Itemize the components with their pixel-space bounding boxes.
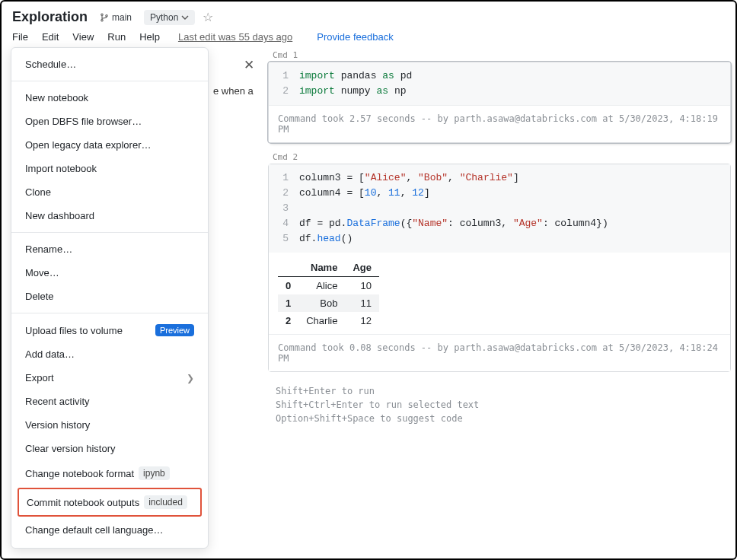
menu-schedule[interactable]: Schedule…	[11, 52, 208, 76]
branch-name: main	[112, 12, 132, 23]
cell-1-status: Command took 2.57 seconds -- by parth.as…	[269, 105, 730, 142]
cmd1-label: Cmd 1	[268, 49, 731, 62]
provide-feedback-link[interactable]: Provide feedback	[317, 31, 393, 43]
last-edit-link[interactable]: Last edit was 55 days ago	[178, 31, 292, 43]
table-row: 1Bob11	[278, 294, 379, 312]
notebook-title: Exploration	[12, 9, 88, 25]
dataframe-table: Name Age 0Alice10 1Bob11 2Charlie12	[278, 259, 379, 329]
menu-change-format[interactable]: Change notebook format ipynb	[11, 460, 208, 486]
menubar: File Edit View Run Help Last edit was 55…	[2, 28, 735, 49]
menu-new-notebook[interactable]: New notebook	[11, 86, 208, 110]
branch-chip[interactable]: main	[95, 11, 136, 24]
menu-add-data[interactable]: Add data…	[11, 342, 208, 366]
cmd2-label: Cmd 2	[268, 151, 731, 164]
language-chip[interactable]: Python	[144, 10, 195, 25]
header-bar: Exploration main Python ☆	[2, 2, 735, 28]
gutter: 12345	[269, 170, 299, 247]
cell-2-output: Name Age 0Alice10 1Bob11 2Charlie12	[269, 253, 730, 334]
cell-2[interactable]: 12345 column3 = ["Alice", "Bob", "Charli…	[268, 164, 731, 372]
col-age: Age	[345, 259, 379, 277]
hint-suggest: Option+Shift+Space to suggest code	[276, 412, 723, 425]
format-badge: ipynb	[139, 466, 170, 480]
cell-2-status: Command took 0.08 seconds -- by parth.as…	[269, 334, 730, 371]
menu-export[interactable]: Export ❯	[11, 366, 208, 390]
table-row: 0Alice10	[278, 277, 379, 295]
menu-commit-outputs[interactable]: Commit notebook outputs included	[19, 489, 200, 515]
menu-delete[interactable]: Delete	[11, 285, 208, 308]
star-button[interactable]: ☆	[203, 10, 213, 24]
menu-open-legacy[interactable]: Open legacy data explorer…	[11, 133, 208, 157]
keyboard-hints: Shift+Enter to run Shift+Ctrl+Enter to r…	[268, 380, 731, 430]
menu-move[interactable]: Move…	[11, 261, 208, 285]
menu-file[interactable]: File	[12, 31, 28, 43]
file-menu-dropdown: Schedule… New notebook Open DBFS file br…	[11, 47, 209, 549]
commit-badge: included	[144, 495, 187, 509]
menu-clear-version[interactable]: Clear version history	[11, 437, 208, 460]
hint-run-selected: Shift+Ctrl+Enter to run selected text	[276, 398, 723, 412]
main-content: ✕ e when a Schedule… New notebook Open D…	[2, 49, 735, 552]
hint-run: Shift+Enter to run	[276, 384, 723, 398]
menu-upload-files[interactable]: Upload files to volume Preview	[11, 318, 208, 342]
chevron-right-icon: ❯	[187, 373, 194, 383]
separator	[11, 232, 208, 233]
left-pane: ✕ e when a Schedule… New notebook Open D…	[2, 49, 260, 552]
menu-clone[interactable]: Clone	[11, 180, 208, 204]
cell-2-code[interactable]: 12345 column3 = ["Alice", "Bob", "Charli…	[269, 164, 730, 253]
git-branch-icon	[100, 13, 109, 22]
menu-new-dashboard[interactable]: New dashboard	[11, 204, 208, 228]
code-content: column3 = ["Alice", "Bob", "Charlie"] co…	[299, 170, 730, 247]
menu-help[interactable]: Help	[139, 31, 160, 43]
svg-point-2	[106, 14, 107, 16]
menu-recent-activity[interactable]: Recent activity	[11, 390, 208, 413]
preview-badge: Preview	[155, 324, 194, 336]
chevron-down-icon	[181, 14, 189, 21]
menu-change-language[interactable]: Change default cell language…	[11, 518, 208, 542]
menu-version-history[interactable]: Version history	[11, 413, 208, 437]
separator	[11, 81, 208, 81]
gutter: 12	[269, 68, 299, 99]
menu-run[interactable]: Run	[107, 31, 126, 43]
cell-1[interactable]: 12 import pandas as pd import numpy as n…	[268, 62, 731, 143]
col-name: Name	[298, 259, 345, 277]
cell-1-code[interactable]: 12 import pandas as pd import numpy as n…	[269, 62, 730, 105]
svg-point-1	[101, 19, 103, 21]
commit-outputs-highlight: Commit notebook outputs included	[18, 488, 202, 517]
code-content: import pandas as pd import numpy as np	[299, 68, 730, 99]
menu-view[interactable]: View	[72, 31, 94, 43]
separator	[11, 313, 208, 313]
notebook-cells: Cmd 1 12 import pandas as pd import nump…	[260, 49, 735, 552]
menu-edit[interactable]: Edit	[42, 31, 59, 43]
menu-rename[interactable]: Rename…	[11, 237, 208, 261]
table-row: 2Charlie12	[278, 312, 379, 329]
close-icon[interactable]: ✕	[244, 57, 254, 73]
language-label: Python	[150, 12, 178, 23]
menu-import-notebook[interactable]: Import notebook	[11, 157, 208, 180]
svg-point-0	[101, 14, 103, 15]
menu-open-dbfs[interactable]: Open DBFS file browser…	[11, 110, 208, 133]
background-text: e when a	[213, 85, 254, 97]
